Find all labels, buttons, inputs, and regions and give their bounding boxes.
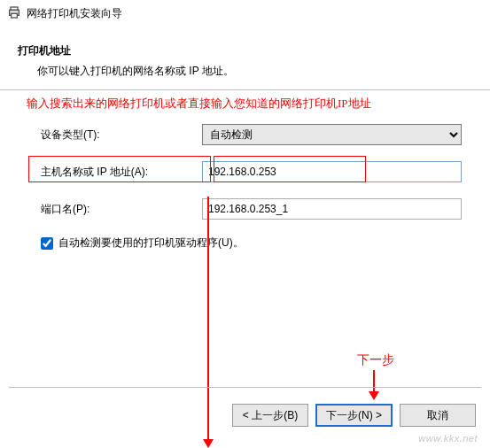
back-button[interactable]: < 上一步(B) (232, 404, 308, 427)
window-title: 网络打印机安装向导 (27, 6, 122, 21)
svg-rect-2 (12, 13, 18, 18)
host-row: 主机名称或 IP 地址(A): (41, 161, 462, 182)
wizard-header: 打印机地址 你可以键入打印机的网络名称或 IP 地址。 (0, 27, 490, 90)
button-separator (9, 387, 481, 388)
next-hint-label: 下一步 (357, 352, 394, 368)
instruction-annotation: 输入搜索出来的网络打印机或者直接输入您知道的网络打印机IP地址 (0, 90, 490, 115)
port-label: 端口名(P): (41, 202, 202, 217)
form-area: 设备类型(T): 自动检测 主机名称或 IP 地址(A): 端口名(P): 自动… (0, 115, 490, 252)
device-type-row: 设备类型(T): 自动检测 (41, 124, 462, 145)
port-input[interactable] (202, 198, 462, 220)
device-type-select[interactable]: 自动检测 (202, 124, 462, 145)
next-button[interactable]: 下一步(N) > (315, 404, 393, 427)
annotation-arrow-down (207, 197, 209, 446)
titlebar: 网络打印机安装向导 (0, 0, 490, 27)
page-title: 打印机地址 (18, 43, 472, 58)
watermark: www.kkx.net (418, 433, 478, 444)
page-subtitle: 你可以键入打印机的网络名称或 IP 地址。 (37, 64, 472, 79)
cancel-button[interactable]: 取消 (400, 404, 476, 427)
port-row: 端口名(P): (41, 198, 462, 220)
annotation-arrow-next (373, 370, 375, 398)
host-input[interactable] (202, 161, 462, 182)
autodetect-row: 自动检测要使用的打印机驱动程序(U)。 (41, 236, 462, 251)
device-type-label: 设备类型(T): (41, 127, 202, 143)
host-label: 主机名称或 IP 地址(A): (41, 165, 202, 180)
autodetect-checkbox[interactable] (41, 237, 53, 250)
autodetect-label: 自动检测要使用的打印机驱动程序(U)。 (58, 236, 244, 251)
button-bar: < 上一步(B) 下一步(N) > 取消 (232, 404, 476, 427)
printer-icon (7, 5, 21, 22)
